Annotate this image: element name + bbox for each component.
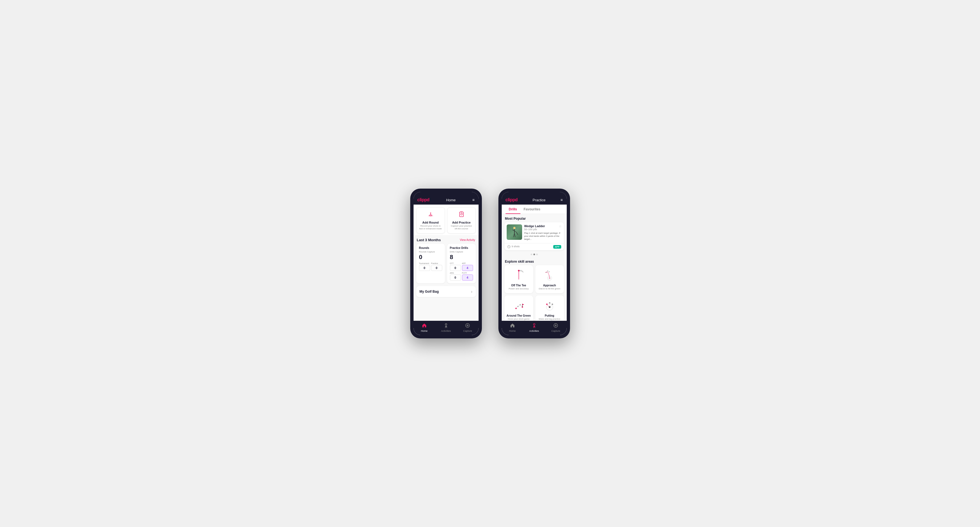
ott-value: 0 (450, 265, 461, 271)
ott-label: OTT (450, 262, 461, 264)
bottom-nav-2: Home Activities (502, 321, 567, 335)
screen-content: Add Round Record your shots in fast or e… (414, 205, 479, 321)
nav-capture-label: Capture (457, 330, 479, 332)
nav-capture-2[interactable]: Capture (545, 323, 567, 332)
app-logo: clippd (417, 197, 430, 202)
off-the-tee-icon-area (512, 268, 526, 282)
svg-line-14 (514, 233, 515, 237)
svg-line-13 (514, 233, 514, 237)
status-bar (414, 192, 479, 195)
rounds-capture-label: Rounds Capture (419, 251, 442, 253)
ott-stat: OTT 0 (450, 262, 461, 271)
stats-period: Last 3 Months (417, 238, 441, 242)
dot-3 (536, 254, 538, 255)
add-practice-icon (450, 210, 473, 220)
stats-header: Last 3 Months View Activity (414, 235, 479, 244)
drills-title: Practice Drills (450, 246, 473, 249)
svg-point-19 (518, 270, 520, 271)
skill-putting[interactable]: Putting Make and lag practice (535, 295, 564, 321)
around-the-green-name: Around The Green (507, 314, 531, 317)
practice-label: Practice (431, 262, 442, 264)
svg-point-36 (533, 324, 535, 325)
menu-icon-2[interactable]: ≡ (560, 198, 563, 202)
app-header-2: clippd Practice ≡ (502, 195, 567, 205)
drill-shots: 9 shots (507, 245, 520, 248)
add-round-desc: Record your shots in fast or enhanced mo… (419, 225, 442, 230)
drills-value: 8 (450, 254, 473, 261)
putting-desc: Make and lag practice (538, 318, 562, 320)
drills-sub-stats-2: ARG 0 PUTT 4 (450, 272, 473, 281)
drill-description: Play 1 shot at each target yardage. If y… (524, 232, 562, 241)
approach-desc: Dial-in to hit the green (538, 287, 562, 290)
tournament-stat: Tournament 0 (419, 262, 430, 271)
explore-title: Explore skill areas (502, 257, 567, 265)
rounds-card: Rounds Rounds Capture 0 Tournament 0 Pra… (416, 244, 445, 283)
arg-value: 0 (450, 275, 461, 281)
drill-thumbnail (507, 224, 522, 240)
rounds-value: 0 (419, 254, 442, 261)
menu-icon[interactable]: ≡ (472, 198, 474, 202)
app-header: clippd Home ≡ (414, 195, 479, 205)
nav-activities-2[interactable]: Activities (523, 323, 545, 332)
nav-activities-label: Activities (435, 330, 457, 332)
arg-stat: ARG 0 (450, 272, 461, 281)
putt-stat: PUTT 4 (462, 272, 473, 281)
svg-point-4 (445, 324, 447, 325)
home-icon (414, 323, 435, 329)
activities-icon-2 (523, 323, 545, 329)
svg-point-24 (547, 270, 548, 271)
svg-point-25 (549, 271, 549, 272)
putt-value: 4 (462, 275, 473, 281)
activities-icon (435, 323, 457, 329)
tabs-bar: Drills Favourites (502, 205, 567, 214)
add-round-card[interactable]: Add Round Record your shots in fast or e… (416, 207, 445, 233)
add-practice-card[interactable]: Add Practice Capture your practice off-t… (447, 207, 476, 233)
nav-capture[interactable]: Capture (457, 323, 479, 332)
off-the-tee-name: Off The Tee (507, 284, 531, 287)
favorite-star-icon[interactable]: ☆ (559, 224, 562, 228)
svg-line-11 (514, 231, 516, 232)
around-the-green-desc: Hone your short game (507, 318, 531, 320)
skill-grid: Off The Tee Power and accuracy (502, 265, 567, 321)
putt-label: PUTT (462, 272, 473, 274)
tab-favourites[interactable]: Favourites (520, 205, 544, 214)
app-value: 4 (462, 265, 473, 271)
add-practice-title: Add Practice (450, 221, 473, 224)
tournament-label: Tournament (419, 262, 430, 264)
add-practice-desc: Capture your practice off-the-course (450, 225, 473, 230)
svg-line-10 (512, 230, 514, 231)
skill-off-the-tee[interactable]: Off The Tee Power and accuracy (504, 265, 533, 293)
nav-capture-label-2: Capture (545, 330, 567, 332)
tab-drills[interactable]: Drills (506, 205, 520, 214)
page-title-2: Practice (533, 198, 546, 202)
add-round-title: Add Round (419, 221, 442, 224)
rounds-title: Rounds (419, 246, 442, 249)
shots-count: 9 shots (512, 245, 520, 248)
page-title: Home (446, 198, 456, 202)
nav-home[interactable]: Home (414, 323, 435, 332)
app-logo-2: clippd (506, 197, 518, 202)
nav-activities-label-2: Activities (523, 330, 545, 332)
around-the-green-icon-area (512, 299, 526, 313)
dot-2 (533, 254, 535, 255)
status-bar-2 (502, 192, 567, 195)
arg-label: ARG (450, 272, 461, 274)
nav-home-2[interactable]: Home (502, 323, 523, 332)
svg-line-17 (509, 247, 509, 247)
nav-activities[interactable]: Activities (435, 323, 457, 332)
view-activity-link[interactable]: View Activity (460, 238, 475, 241)
putting-name: Putting (538, 314, 562, 317)
drill-card[interactable]: Wedge Ladder 50–100 yds ☆ Play 1 shot at… (504, 222, 564, 250)
drill-card-body: Wedge Ladder 50–100 yds ☆ Play 1 shot at… (504, 222, 564, 243)
rounds-sub-stats: Tournament 0 Practice 0 (419, 262, 442, 271)
screen-content-2: Most Popular (502, 214, 567, 321)
svg-point-23 (546, 272, 547, 273)
add-round-icon (419, 210, 442, 220)
skill-around-the-green[interactable]: Around The Green Hone your short game (504, 295, 533, 321)
carousel-dots (502, 252, 567, 257)
drill-name: Wedge Ladder (524, 224, 545, 228)
practice-value: 0 (431, 265, 442, 271)
phone-practice: clippd Practice ≡ Drills Favourites Most… (498, 189, 570, 338)
skill-approach[interactable]: Approach Dial-in to hit the green (535, 265, 564, 293)
golf-bag-section[interactable]: My Golf Bag › (416, 286, 476, 297)
